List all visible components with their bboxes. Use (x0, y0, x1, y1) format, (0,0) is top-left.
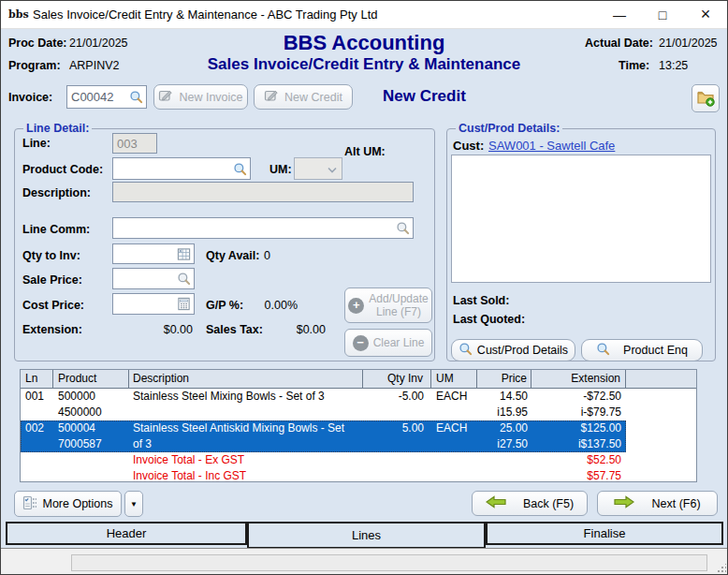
close-icon[interactable]: × (684, 1, 727, 29)
cust-prod-group: Cust: SAW001 - Sawtell Cafe Last Sold: L… (446, 128, 716, 361)
minimize-icon[interactable]: — (598, 1, 641, 29)
line-number-input (113, 137, 156, 151)
customer-link[interactable]: SAW001 - Sawtell Cafe (488, 139, 615, 153)
invoice-label: Invoice: (8, 91, 52, 104)
qty-to-inv-input[interactable] (113, 247, 177, 261)
cell-description: Stainless Steel Antiskid Mixing Bowls - … (129, 420, 363, 436)
sales-tax-label: Sales Tax: (206, 323, 263, 336)
qty-lookup-icon[interactable] (177, 247, 194, 261)
line-comm-field[interactable] (112, 217, 414, 239)
column-header-um: UM (431, 370, 477, 388)
new-invoice-label: New Invoice (179, 91, 242, 104)
sale-price-field[interactable] (112, 268, 195, 289)
cell-ln (21, 436, 53, 452)
cost-price-field[interactable] (112, 293, 195, 315)
cust-prod-details-label: Cust/Prod Details (477, 344, 568, 357)
product-code-field[interactable] (112, 157, 251, 180)
cust-prod-notes-box[interactable] (451, 155, 711, 283)
cust-label: Cust: (453, 139, 484, 153)
product-enq-label: Product Enq (623, 344, 688, 357)
alt-um-label: Alt UM: (344, 145, 386, 158)
description-input (113, 185, 413, 199)
more-options-label: More Options (42, 497, 112, 510)
line-comm-input[interactable] (113, 221, 396, 235)
cell-price: 14.50 (477, 389, 531, 405)
clear-line-button[interactable]: − Clear Line (344, 329, 432, 357)
extension-label: Extension: (22, 323, 82, 336)
line-label: Line: (22, 137, 51, 150)
sale-price-input[interactable] (113, 272, 177, 286)
tab-finalise[interactable]: Finalise (486, 522, 723, 545)
tab-header[interactable]: Header (6, 522, 247, 545)
new-document-icon (158, 88, 173, 106)
new-credit-label: New Credit (284, 91, 342, 104)
next-button[interactable]: Next (F6) (597, 491, 718, 516)
tab-finalise-label: Finalise (584, 526, 626, 540)
next-arrow-icon (614, 495, 634, 511)
search-icon (459, 342, 473, 359)
window-controls: — □ × (598, 1, 727, 29)
resize-grip[interactable] (717, 564, 726, 573)
cell-qty: 5.00 (363, 420, 431, 436)
qty-to-inv-field[interactable] (112, 243, 195, 264)
qty-avail-value: 0 (264, 249, 270, 262)
cust-prod-details-button[interactable]: Cust/Prod Details (451, 339, 575, 361)
remove-circle-icon: − (353, 335, 369, 351)
total-value: $52.50 (531, 452, 626, 468)
new-credit-button[interactable]: New Credit (254, 84, 353, 110)
invoice-number-input[interactable] (67, 90, 129, 104)
tab-header-label: Header (107, 526, 147, 540)
column-header-extension: Extension (531, 370, 626, 388)
cell-extension: -$72.50 (531, 389, 626, 405)
product-enq-button[interactable]: Product Enq (581, 339, 703, 361)
cell-product: 4500000 (53, 405, 129, 420)
window-title: Sales Invoice/Credit Entry & Maintenance… (33, 7, 378, 22)
product-code-input[interactable] (113, 162, 233, 176)
more-options-dropdown-button[interactable]: ▼ (124, 491, 143, 517)
cell-qty (363, 405, 431, 420)
line-comm-search-icon[interactable] (396, 221, 413, 235)
qty-avail-label: Qty Avail: (206, 249, 259, 262)
product-code-label: Product Code: (22, 163, 103, 176)
column-header-ln: Ln (21, 370, 53, 388)
chevron-down-icon (328, 160, 342, 177)
sales-tax-value: $0.00 (268, 323, 326, 336)
line-comm-label: Line Comm: (22, 223, 90, 236)
calculator-icon[interactable] (177, 297, 194, 311)
gp-percent-label: G/P %: (206, 299, 243, 312)
add-update-line-button[interactable]: + Add/UpdateLine (F7) (344, 288, 432, 323)
entry-mode-text: New Credit (383, 87, 466, 106)
cell-price: 25.00 (477, 420, 531, 436)
product-search-icon[interactable] (233, 162, 250, 176)
back-button[interactable]: Back (F5) (472, 491, 588, 516)
cell-product: 500000 (53, 389, 129, 405)
maximize-icon[interactable]: □ (641, 1, 684, 29)
total-label: Invoice Total - Inc GST (129, 468, 363, 482)
back-button-label: Back (F5) (523, 497, 574, 510)
total-value: $57.75 (531, 468, 626, 482)
tab-lines[interactable]: Lines (247, 522, 486, 549)
cell-price: i15.95 (477, 405, 531, 420)
sale-price-search-icon[interactable] (177, 272, 194, 286)
actual-date-value: 21/01/2025 (659, 37, 718, 50)
app-logo-icon: bbs (8, 7, 27, 23)
time-label: Time: (619, 59, 649, 72)
description-field (112, 182, 414, 202)
cost-price-label: Cost Price: (22, 299, 84, 312)
new-invoice-button[interactable]: New Invoice (153, 84, 248, 110)
back-arrow-icon (486, 495, 506, 511)
search-icon (596, 342, 610, 359)
invoice-number-field[interactable] (66, 85, 147, 109)
table-row[interactable]: 001 500000 Stainless Steel Mixing Bowls … (21, 389, 696, 420)
new-document-icon (264, 88, 279, 106)
table-row-selected[interactable]: 002 500004 Stainless Steel Antiskid Mixi… (21, 420, 626, 452)
sale-price-label: Sale Price: (22, 273, 82, 287)
last-quoted-label: Last Quoted: (453, 313, 525, 326)
cell-extension: i-$79.75 (531, 405, 626, 420)
line-detail-group-label: Line Detail: (23, 122, 92, 135)
attach-documents-button[interactable] (692, 84, 720, 112)
invoice-search-icon[interactable] (129, 90, 146, 104)
cell-qty: -5.00 (363, 389, 431, 405)
cost-price-input[interactable] (113, 297, 177, 311)
more-options-button[interactable]: More Options (14, 491, 122, 517)
